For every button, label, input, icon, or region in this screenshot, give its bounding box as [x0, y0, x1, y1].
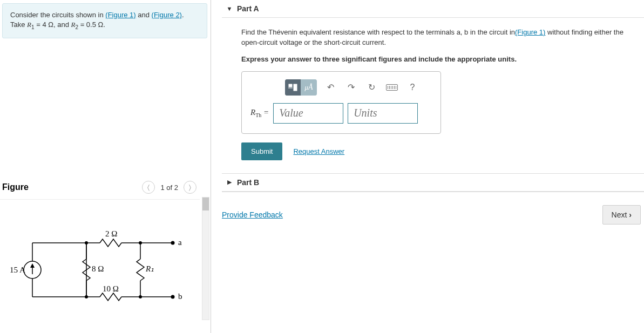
keyboard-icon[interactable] [385, 80, 399, 94]
figure-next-button[interactable]: 〉 [184, 181, 196, 194]
value-input[interactable] [273, 103, 343, 124]
problem-statement: Consider the circuits shown in (Figure 1… [2, 3, 207, 38]
figure2-link[interactable]: (Figure 2) [152, 11, 182, 19]
figure1-link[interactable]: (Figure 1) [105, 11, 135, 19]
svg-point-18 [171, 295, 175, 299]
redo-icon[interactable]: ↷ [344, 80, 358, 94]
svg-point-21 [139, 241, 142, 244]
svg-point-22 [139, 295, 142, 298]
part-b-header[interactable]: ▶ Part B [222, 174, 644, 192]
help-icon[interactable]: ? [405, 80, 419, 94]
figure1-link-inline[interactable]: (Figure 1) [515, 28, 545, 36]
r-mid-label: 8 Ω [92, 264, 104, 273]
problem-text: Consider the circuits shown in [10, 11, 105, 19]
collapse-icon: ▼ [222, 5, 237, 12]
expand-icon: ▶ [222, 179, 237, 186]
figure-title: Figure [2, 182, 29, 192]
svg-point-19 [85, 241, 88, 244]
r-top-label: 2 Ω [105, 229, 117, 238]
figure-prev-button[interactable]: 〈 [142, 181, 155, 194]
source-label: 15 A [10, 266, 25, 274]
units-input[interactable] [348, 103, 418, 124]
request-answer-link[interactable]: Request Answer [293, 147, 344, 155]
svg-rect-23 [289, 84, 292, 87]
units-tool-button[interactable]: μμAÅ [301, 79, 317, 96]
figure-pager: 〈 1 of 2 〉 [142, 181, 196, 194]
part-a-body: Find the Thévenin equivalent resistance … [222, 18, 644, 173]
submit-button[interactable]: Submit [241, 142, 282, 160]
part-a-header[interactable]: ▼ Part A [222, 0, 644, 18]
answer-variable-label: RTh = [250, 108, 269, 118]
provide-feedback-link[interactable]: Provide Feedback [222, 210, 283, 219]
figure-pager-text: 1 of 2 [160, 184, 178, 192]
answer-box: μμAÅ ↶ ↷ ↻ ? RTh = [241, 71, 441, 134]
term-b: b [178, 292, 182, 301]
chevron-right-icon: › [629, 210, 632, 219]
undo-icon[interactable]: ↶ [323, 80, 337, 94]
figure-canvas: 15 A 2 Ω 8 Ω 10 Ω R₁ a b [0, 199, 200, 320]
r-bottom-label: 10 Ω [103, 284, 119, 293]
svg-rect-24 [294, 84, 297, 91]
figure-scrollbar[interactable] [202, 197, 209, 320]
fraction-icon [288, 84, 298, 91]
part-a-instruction: Express your answer to three significant… [241, 55, 639, 65]
part-b-label: Part B [237, 178, 259, 187]
answer-toolbar: μμAÅ ↶ ↷ ↻ ? [250, 79, 432, 96]
scrollbar-thumb[interactable] [202, 198, 209, 210]
reset-icon[interactable]: ↻ [364, 80, 378, 94]
part-a-label: Part A [237, 4, 259, 13]
term-a: a [178, 238, 182, 247]
svg-point-20 [85, 295, 88, 298]
svg-point-17 [171, 241, 175, 245]
next-button[interactable]: Next › [602, 205, 641, 225]
r1-label: R₁ [145, 264, 154, 273]
figure-section: Figure 〈 1 of 2 〉 [0, 181, 200, 320]
part-a-question: Find the Thévenin equivalent resistance … [241, 28, 639, 48]
template-tool-button[interactable] [285, 79, 301, 96]
